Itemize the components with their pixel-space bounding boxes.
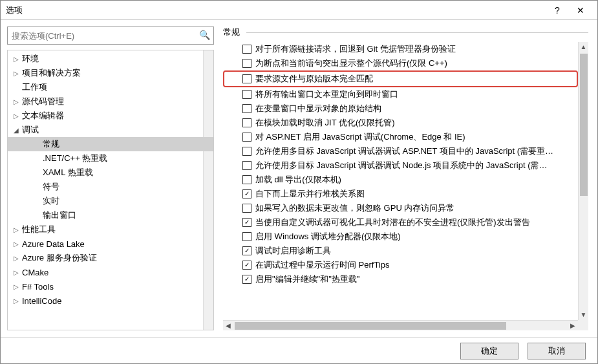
option-row[interactable]: 在调试过程中显示运行时间 PerfTips <box>223 258 578 272</box>
tree-item[interactable]: ▷文本编辑器 <box>8 109 213 123</box>
tree-item[interactable]: ▷F# Tools <box>8 279 213 294</box>
checkbox[interactable] <box>242 175 251 184</box>
tree-item-label: 调试 <box>22 124 39 136</box>
checkbox[interactable] <box>242 90 251 99</box>
scroll-thumb-vertical[interactable] <box>580 54 588 196</box>
tree-item[interactable]: ▷IntelliCode <box>8 294 213 308</box>
cancel-button[interactable]: 取消 <box>528 343 586 359</box>
option-row[interactable]: 启用 Windows 调试堆分配器(仅限本地) <box>223 230 578 244</box>
chevron-right-icon[interactable]: ▷ <box>12 297 21 305</box>
tree-item[interactable]: 实时 <box>8 194 213 208</box>
option-label: 对于所有源链接请求，回退到 Git 凭据管理器身份验证 <box>255 43 456 55</box>
tree-item[interactable]: ▷性能工具 <box>8 222 213 237</box>
dialog-footer: 确定 取消 <box>1 337 597 364</box>
chevron-right-icon[interactable]: ▷ <box>12 255 21 262</box>
option-row[interactable]: 对 ASP.NET 启用 JavaScript 调试(Chrome、Edge 和… <box>223 130 578 144</box>
tree-item-label: .NET/C++ 热重载 <box>43 153 107 164</box>
chevron-right-icon[interactable]: ▷ <box>12 226 21 233</box>
tree-item[interactable]: 工作项 <box>8 80 213 94</box>
scroll-left-icon[interactable]: ◀ <box>223 322 233 329</box>
tree-item[interactable]: ▷源代码管理 <box>8 94 213 109</box>
checkbox[interactable] <box>242 204 251 213</box>
tree-item-label: 环境 <box>22 53 39 65</box>
option-label: 为断点和当前语句突出显示整个源代码行(仅限 C++) <box>255 58 447 69</box>
chevron-right-icon[interactable]: ▷ <box>12 56 21 63</box>
tree-item[interactable]: ▷Azure Data Lake <box>8 237 213 251</box>
option-row[interactable]: 在模块加载时取消 JIT 优化(仅限托管) <box>223 116 578 130</box>
checkbox[interactable] <box>242 161 251 170</box>
tree-item[interactable]: ▷CMake <box>8 265 213 279</box>
option-row[interactable]: 为断点和当前语句突出显示整个源代码行(仅限 C++) <box>223 56 578 70</box>
checkbox[interactable] <box>242 275 251 284</box>
option-row[interactable]: 启用"编辑并继续"和"热重载" <box>223 272 578 286</box>
option-row[interactable]: 允许使用多目标 JavaScript 调试器调试 ASP.NET 项目中的 Ja… <box>223 144 578 158</box>
option-row[interactable]: 加载 dll 导出(仅限本机) <box>223 173 578 187</box>
chevron-right-icon[interactable]: ▷ <box>12 269 21 276</box>
tree-item-label: 工作项 <box>22 81 47 93</box>
option-label: 对 ASP.NET 启用 JavaScript 调试(Chrome、Edge 和… <box>255 131 465 143</box>
tree-item-label: F# Tools <box>22 282 54 292</box>
tree-item[interactable]: 常规 <box>8 137 213 151</box>
vertical-scrollbar[interactable]: ▲ ▼ <box>578 42 588 320</box>
checkbox[interactable] <box>242 133 251 142</box>
tree-item-label: 源代码管理 <box>22 96 64 107</box>
option-label: 在调试过程中显示运行时间 PerfTips <box>255 259 390 271</box>
option-row[interactable]: 要求源文件与原始版本完全匹配 <box>223 70 578 87</box>
search-input[interactable] <box>7 27 214 45</box>
chevron-right-icon[interactable]: ▷ <box>12 112 21 120</box>
tree-item[interactable]: ▷项目和解决方案 <box>8 66 213 80</box>
search-icon[interactable]: 🔍 <box>199 30 210 40</box>
scroll-down-icon[interactable]: ▼ <box>579 310 588 320</box>
checkbox[interactable] <box>242 232 251 241</box>
option-row[interactable]: 自下而上显示并行堆栈关系图 <box>223 187 578 201</box>
category-tree[interactable]: ▷环境▷项目和解决方案工作项▷源代码管理▷文本编辑器◢调试常规.NET/C++ … <box>7 50 214 330</box>
chevron-right-icon[interactable]: ▷ <box>12 241 21 248</box>
option-row[interactable]: 在变量窗口中显示对象的原始结构 <box>223 102 578 116</box>
option-row[interactable]: 调试时启用诊断工具 <box>223 244 578 258</box>
checkbox[interactable] <box>242 118 251 127</box>
tree-item-label: CMake <box>22 268 48 277</box>
checkbox[interactable] <box>242 147 251 156</box>
tree-item-label: 性能工具 <box>22 224 56 235</box>
option-row[interactable]: 允许使用多目标 JavaScript 调试器调试 Node.js 项目系统中的 … <box>223 158 578 173</box>
option-label: 启用 Windows 调试堆分配器(仅限本地) <box>255 231 401 242</box>
horizontal-scrollbar[interactable]: ◀ ▶ <box>223 320 578 330</box>
checkbox[interactable] <box>242 246 251 255</box>
tree-item[interactable]: 输出窗口 <box>8 208 213 222</box>
option-row[interactable]: 当使用自定义调试器可视化工具时对潜在的不安全进程(仅限托管)发出警告 <box>223 215 578 230</box>
option-row[interactable]: 如果写入的数据未更改值，则忽略 GPU 内存访问异常 <box>223 201 578 215</box>
tree-item[interactable]: ◢调试 <box>8 123 213 137</box>
checkbox[interactable] <box>242 261 251 270</box>
ok-button[interactable]: 确定 <box>460 343 518 359</box>
scrollbar-corner <box>578 320 588 330</box>
close-button[interactable]: ✕ <box>569 5 592 16</box>
tree-item[interactable]: XAML 热重载 <box>8 166 213 180</box>
scroll-right-icon[interactable]: ▶ <box>568 322 578 329</box>
tree-item[interactable]: ▷Azure 服务身份验证 <box>8 251 213 265</box>
left-panel: 🔍 ▷环境▷项目和解决方案工作项▷源代码管理▷文本编辑器◢调试常规.NET/C+… <box>1 20 220 337</box>
checkbox[interactable] <box>242 74 251 83</box>
option-row[interactable]: 对于所有源链接请求，回退到 Git 凭据管理器身份验证 <box>223 42 578 56</box>
option-row[interactable]: 将所有输出窗口文本重定向到即时窗口 <box>223 87 578 102</box>
checkbox[interactable] <box>242 104 251 113</box>
option-label: 加载 dll 导出(仅限本机) <box>255 174 341 186</box>
tree-item-label: 实时 <box>43 195 59 207</box>
tree-item-label: IntelliCode <box>22 296 61 306</box>
option-label: 调试时启用诊断工具 <box>255 245 331 257</box>
checkbox[interactable] <box>242 189 251 198</box>
tree-item[interactable]: .NET/C++ 热重载 <box>8 151 213 166</box>
option-label: 将所有输出窗口文本重定向到即时窗口 <box>255 89 398 100</box>
checkbox[interactable] <box>242 218 251 227</box>
chevron-right-icon[interactable]: ▷ <box>12 283 21 290</box>
scroll-thumb-horizontal[interactable] <box>235 322 506 330</box>
tree-item[interactable]: 符号 <box>8 180 213 194</box>
scroll-up-icon[interactable]: ▲ <box>579 42 588 52</box>
option-label: 当使用自定义调试器可视化工具时对潜在的不安全进程(仅限托管)发出警告 <box>255 217 530 228</box>
help-button[interactable]: ? <box>546 5 569 16</box>
checkbox[interactable] <box>242 59 251 68</box>
chevron-right-icon[interactable]: ▷ <box>12 98 21 105</box>
chevron-right-icon[interactable]: ▷ <box>12 70 21 77</box>
chevron-down-icon[interactable]: ◢ <box>12 127 21 134</box>
checkbox[interactable] <box>242 45 251 54</box>
tree-item[interactable]: ▷环境 <box>8 52 213 66</box>
